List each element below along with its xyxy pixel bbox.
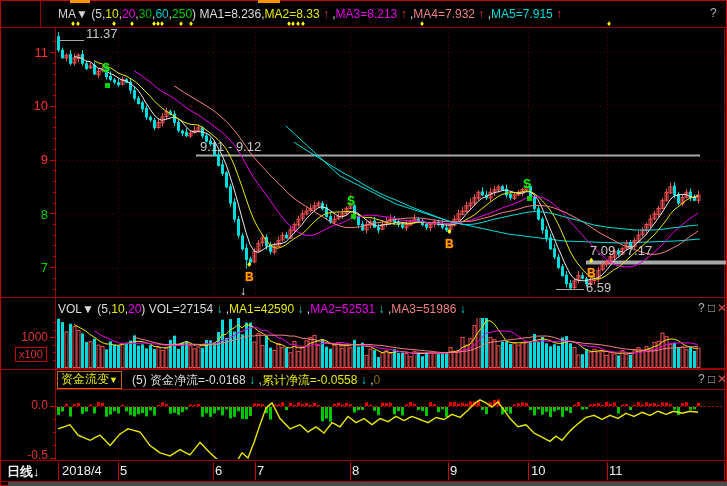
header-segment: VOL bbox=[58, 302, 82, 316]
header-segment: 10 bbox=[111, 302, 124, 316]
event-diamond-icon[interactable]: ♦ bbox=[291, 19, 295, 28]
header-segment: MA2=52531 bbox=[310, 302, 375, 316]
event-diamond-icon[interactable]: ♦ bbox=[130, 19, 134, 28]
header-segment: MA1=42590 bbox=[229, 302, 294, 316]
month-label: 9 bbox=[450, 463, 457, 478]
price-annotation: 6.59 bbox=[586, 280, 611, 295]
header-segment: ↑ bbox=[475, 7, 484, 21]
buy-diamond-icon: ♦ bbox=[589, 255, 594, 265]
price-tick-label: 9 bbox=[26, 152, 48, 167]
sell-signal-dot bbox=[527, 196, 532, 201]
sell-signal-marker: S bbox=[102, 61, 110, 75]
buy-diamond-icon: ♦ bbox=[247, 259, 252, 269]
header-segment: 30 bbox=[139, 7, 152, 21]
header-segment: 累计净流=-0.0558 bbox=[262, 373, 358, 387]
header-segment: 5 bbox=[95, 7, 102, 21]
header-segment: 资金净流=-0.0168 bbox=[150, 373, 246, 387]
event-diamond-icon[interactable]: ♦ bbox=[301, 19, 305, 28]
event-diamond-icon[interactable]: ♦ bbox=[179, 19, 183, 28]
buy-signal-marker: B bbox=[245, 270, 254, 284]
month-label: 11 bbox=[609, 463, 623, 478]
buy-signal-marker: B bbox=[445, 237, 454, 251]
dropdown-arrow-icon: ▼ bbox=[109, 375, 118, 385]
header-segment: ▼ bbox=[82, 302, 94, 316]
month-label: 2018/4 bbox=[62, 463, 102, 478]
fundflow-indicator-header[interactable]: (5) 资金净流=-0.0168 ↓ ,累计净流=-0.0558 ↓ ,0 bbox=[132, 372, 380, 388]
vol-scale-label: 1000 bbox=[16, 330, 48, 344]
period-selector[interactable]: 日线↓ bbox=[7, 463, 40, 481]
fundflow-selector-label: 资金流变 bbox=[61, 372, 109, 386]
buy-signal-marker: B bbox=[587, 266, 596, 280]
vol-unit-label: x100 bbox=[15, 347, 47, 362]
header-segment: 0 bbox=[373, 373, 380, 387]
header-segment: MA1=8.236 bbox=[199, 7, 261, 21]
price-tick-label: 10 bbox=[26, 98, 48, 113]
fund-help-icon[interactable]: ? bbox=[698, 372, 705, 386]
month-label: 10 bbox=[531, 463, 545, 478]
price-annotation: 11.37 bbox=[86, 26, 118, 41]
top-marker-strip-1 bbox=[70, 0, 90, 3]
month-label: 7 bbox=[257, 463, 264, 478]
sell-signal-dot bbox=[351, 214, 356, 219]
header-segment: ↑ bbox=[320, 7, 329, 21]
header-segment: 5 bbox=[101, 302, 108, 316]
event-diamond-icon[interactable]: ♦ bbox=[189, 19, 193, 28]
top-marker-strip-2 bbox=[258, 0, 280, 3]
month-label: 8 bbox=[352, 463, 359, 478]
header-segment: MA3=8.213 bbox=[336, 7, 398, 21]
header-segment: ↓ bbox=[357, 373, 366, 387]
event-diamond-icon[interactable]: ♦ bbox=[607, 19, 611, 28]
vol-maximize-icon[interactable]: □ bbox=[708, 301, 715, 315]
event-diamond-icon[interactable]: ♦ bbox=[76, 19, 80, 28]
event-diamond-icon[interactable]: ♦ bbox=[296, 19, 300, 28]
event-diamond-icon[interactable]: ♦ bbox=[71, 19, 75, 28]
header-segment: VOL=27154 bbox=[149, 302, 213, 316]
horizontal-scrollbar[interactable] bbox=[8, 482, 727, 486]
header-segment: 20 bbox=[128, 302, 141, 316]
help-icon[interactable]: ? bbox=[710, 6, 717, 20]
price-tick-label: 7 bbox=[26, 260, 48, 275]
vol-help-icon[interactable]: ? bbox=[698, 301, 705, 315]
fund-close-icon[interactable]: ✕ bbox=[717, 372, 727, 386]
period-label: 日线 bbox=[7, 464, 33, 479]
stock-chart-window: MA▼ (5,10,20,30,60,250) MA1=8.236,MA2=8.… bbox=[0, 0, 727, 486]
fundflow-tick-label: -0.5 bbox=[14, 448, 48, 462]
fundflow-selector[interactable]: 资金流变▼ bbox=[57, 371, 122, 389]
fundflow-tick-label: 0.0 bbox=[14, 398, 48, 412]
header-segment: (5) bbox=[132, 373, 150, 387]
vol-indicator-header[interactable]: VOL▼ (5,10,20) VOL=27154 ↓ ,MA1=42590 ↓ … bbox=[58, 301, 466, 317]
event-diamond-icon[interactable]: ♦ bbox=[420, 19, 424, 28]
header-segment: , bbox=[329, 7, 336, 21]
event-diamond-icon[interactable]: ♦ bbox=[160, 19, 164, 28]
period-down-arrow-icon: ↓ bbox=[33, 464, 40, 479]
month-label: 5 bbox=[120, 463, 127, 478]
header-segment: ↓ bbox=[246, 373, 255, 387]
price-tick-label: 11 bbox=[26, 45, 48, 60]
price-tick-label: 8 bbox=[26, 207, 48, 222]
sell-signal-marker: S bbox=[523, 177, 531, 191]
header-segment: ) bbox=[141, 302, 148, 316]
sell-signal-dot bbox=[105, 83, 110, 88]
header-segment: ↑ bbox=[397, 7, 406, 21]
price-annotation: 7.09 - 7.17 bbox=[590, 243, 652, 258]
vol-close-icon[interactable]: ✕ bbox=[717, 301, 727, 315]
buy-diamond-icon: ♦ bbox=[447, 226, 452, 236]
price-annotation: 9.11 - 9.12 bbox=[200, 139, 261, 154]
header-segment: ↓ bbox=[375, 302, 384, 316]
header-segment: ↓ bbox=[456, 302, 465, 316]
month-label: 6 bbox=[215, 463, 222, 478]
header-segment: ↑ bbox=[553, 7, 562, 21]
low-point-arrow-icon: ↓ bbox=[240, 284, 246, 298]
header-segment: , bbox=[255, 373, 262, 387]
header-segment: ↓ bbox=[294, 302, 303, 316]
header-segment: MA3=51986 bbox=[391, 302, 456, 316]
header-segment: MA5=7.915 bbox=[491, 7, 553, 21]
fund-maximize-icon[interactable]: □ bbox=[708, 372, 715, 386]
sell-signal-marker: S bbox=[347, 194, 355, 208]
